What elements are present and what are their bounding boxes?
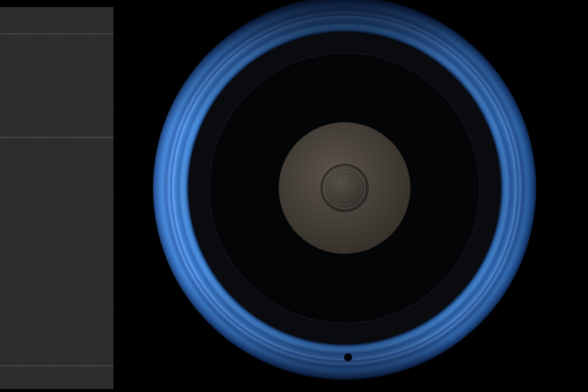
panel-bottom-strip [0,389,113,392]
panel-divider [0,33,113,34]
photo-background [0,0,588,392]
info-panel [0,0,113,392]
panel-divider [0,137,113,138]
valve-stem-hole [344,353,353,362]
panel-divider [0,366,113,366]
panel-top-strip [0,0,113,7]
center-cap-face [321,165,368,212]
